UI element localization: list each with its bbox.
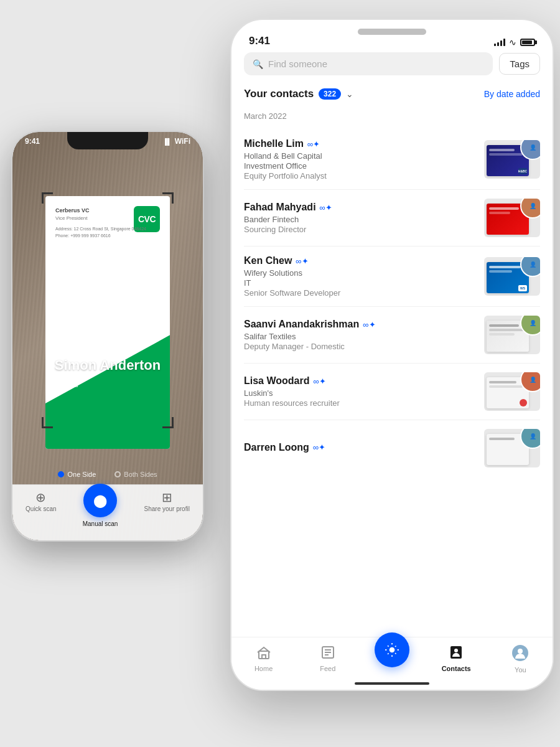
right-phone: 9:41 ∿ 🔍 Find someone Tags [230, 19, 554, 691]
battery-fill [522, 40, 532, 44]
right-notch [358, 29, 426, 35]
corner-tr [162, 192, 174, 204]
home-indicator [355, 682, 429, 685]
contact-row-michelle[interactable]: Michelle Lim ∞✦ Holland & Bell Capital I… [244, 129, 540, 190]
contact-name-row-lisa: Lisa Woodard ∞✦ [244, 375, 477, 387]
signal-bars [494, 39, 505, 46]
contact-company-fahad: Bander Fintech [244, 215, 477, 224]
card-address: Address: 12 Cross Road St, Singapore 048… [55, 225, 146, 232]
scan-capture-button[interactable]: ⬤ [83, 484, 117, 517]
mini-line-7 [489, 324, 519, 327]
mini-logo-michelle: H&BC [518, 168, 527, 174]
contact-info-ken: Ken Chew ∞✦ Wifery Solutions IT Senior S… [244, 255, 477, 298]
avatar-initial-darren: 👤 [530, 433, 536, 439]
mini-line-2 [489, 153, 523, 156]
contacts-label: Contacts [442, 665, 471, 672]
sync-icon-lisa: ∞✦ [314, 377, 326, 386]
contacts-left: Your contacts 322 ⌄ [244, 88, 353, 100]
left-phone: 9:41 ▐▌ WiFi Line the card up with the o… [11, 131, 204, 542]
nav-item-scan[interactable] [373, 642, 411, 667]
left-wifi-icon: WiFi [175, 137, 190, 146]
contact-thumb-michelle: H&BC 👤 [484, 140, 540, 179]
avatar-initial-michelle: 👤 [530, 144, 536, 151]
signal-bar-1 [494, 44, 496, 46]
svg-point-6 [390, 647, 395, 653]
left-signal-icon: ▐▌ [163, 138, 172, 145]
contacts-title: Your contacts [244, 88, 314, 100]
contact-name-row-fahad: Fahad Mahyadi ∞✦ [244, 202, 477, 213]
scan-mode-selector: One Side Both Sides [12, 471, 203, 478]
contact-info-lisa: Lisa Woodard ∞✦ Luskin's Human resources… [244, 375, 477, 408]
nav-item-contacts[interactable]: Contacts [437, 645, 475, 672]
search-input-wrap[interactable]: 🔍 Find someone [244, 52, 493, 75]
contact-role-saanvi: Deputy Manager - Domestic [244, 342, 477, 351]
contact-name-row-ken: Ken Chew ∞✦ [244, 255, 477, 266]
contact-row-fahad[interactable]: Fahad Mahyadi ∞✦ Bander Fintech Sourcing… [244, 190, 540, 247]
signal-bar-4 [503, 39, 505, 46]
both-sides-radio[interactable] [114, 471, 121, 477]
you-avatar-icon [512, 645, 528, 664]
mini-line-10 [489, 381, 516, 383]
mini-line-11 [489, 385, 523, 388]
both-sides-option[interactable]: Both Sides [114, 471, 157, 478]
avatar-initial-saanvi: 👤 [530, 320, 536, 326]
sync-icon-fahad: ∞✦ [320, 203, 332, 212]
signal-bar-3 [500, 40, 502, 46]
section-header-march: March 2022 [244, 111, 540, 121]
contact-info-fahad: Fahad Mahyadi ∞✦ Bander Fintech Sourcing… [244, 202, 477, 234]
nav-item-you[interactable]: You [502, 645, 539, 674]
contact-thumb-fahad: 👤 [484, 199, 540, 237]
wifi-icon: ∿ [509, 37, 516, 47]
contact-company-michelle: Holland & Bell Capital [244, 151, 477, 161]
contact-thumb-ken: WS 👤 [484, 257, 540, 296]
search-icon: 🔍 [253, 59, 263, 69]
tags-button[interactable]: Tags [499, 53, 540, 75]
scan-nav-button[interactable] [375, 632, 409, 667]
scan-capture-icon: ⬤ [93, 493, 107, 508]
contact-company-lisa: Luskin's [244, 388, 477, 398]
contact-name-saanvi: Saanvi Anandakrishman [244, 319, 359, 330]
status-icons: ∿ [494, 37, 535, 47]
bottom-nav: Home Feed [231, 637, 553, 690]
nav-item-home[interactable]: Home [245, 645, 282, 672]
contact-role-michelle: Equity Portfolio Analyst [244, 171, 477, 181]
contact-name-ken: Ken Chew [244, 255, 292, 266]
left-bottom-nav: ⊕ Quick scan ⬤ Manual scan ⊞ Share your … [12, 484, 203, 540]
card-green-bg [45, 335, 170, 449]
side-instruction: Line the card up with the outline [72, 284, 79, 387]
contact-info-michelle: Michelle Lim ∞✦ Holland & Bell Capital I… [244, 138, 477, 181]
mini-logo-ken: WS [518, 285, 527, 291]
contact-row-ken[interactable]: Ken Chew ∞✦ Wifery Solutions IT Senior S… [244, 247, 540, 307]
mini-line-3 [489, 207, 519, 210]
left-tab-share[interactable]: ⊞ Share your profil [144, 491, 190, 512]
one-side-option[interactable]: One Side [58, 471, 96, 478]
card-title: Vice President [55, 215, 146, 223]
battery-icon [520, 39, 535, 46]
contact-name-row-saanvi: Saanvi Anandakrishman ∞✦ [244, 319, 477, 330]
sort-label[interactable]: By date added [484, 89, 540, 99]
contact-row-saanvi[interactable]: Saanvi Anandakrishman ∞✦ Salifar Textile… [244, 307, 540, 364]
right-status-bar: 9:41 ∿ [231, 20, 553, 52]
quick-scan-icon: ⊕ [35, 491, 46, 504]
contacts-count-badge: 322 [319, 88, 341, 100]
contact-info-darren: Darren Loong ∞✦ [244, 442, 477, 455]
home-label: Home [254, 665, 273, 672]
nav-item-feed[interactable]: Feed [309, 645, 347, 672]
contact-row-lisa[interactable]: Lisa Woodard ∞✦ Luskin's Human resources… [244, 364, 540, 420]
search-bar-row: 🔍 Find someone Tags [231, 52, 553, 84]
left-tab-manualscan[interactable]: ⬤ Manual scan [83, 491, 118, 527]
corner-br [162, 417, 174, 428]
contact-role-lisa: Human resources recruiter [244, 398, 477, 408]
mini-line-9 [489, 333, 515, 336]
mini-line-4 [489, 212, 510, 214]
chevron-down-icon[interactable]: ⌄ [346, 89, 353, 99]
contact-row-darren[interactable]: Darren Loong ∞✦ 👤 [244, 420, 540, 476]
avatar-initial-fahad: 👤 [530, 203, 536, 209]
sync-icon-ken: ∞✦ [296, 256, 308, 266]
left-tab-quickscan[interactable]: ⊕ Quick scan [26, 491, 56, 512]
one-side-radio[interactable] [58, 471, 64, 477]
card-company: Cerberus VC [55, 206, 146, 215]
search-placeholder: Find someone [268, 59, 327, 69]
contact-role-ken: Senior Software Developer [244, 288, 477, 298]
card-contact-info: Cerberus VC Vice President Address: 12 C… [55, 206, 146, 240]
